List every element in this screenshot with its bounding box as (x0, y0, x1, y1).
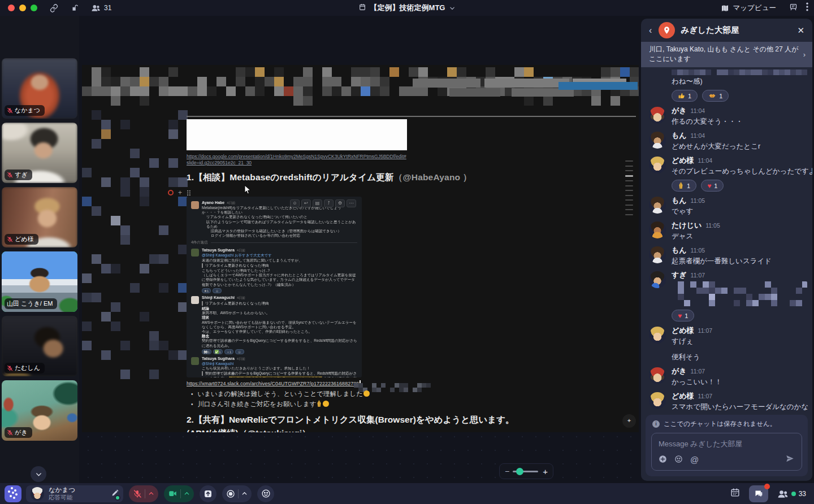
zoom-slider[interactable] (513, 471, 538, 472)
chat-header: ‹ みぎした大部屋 ✕ (641, 19, 812, 42)
mosaic-cell (245, 86, 255, 96)
mosaic-cell (168, 86, 178, 96)
video-tile-tamushin[interactable]: たむしん (2, 316, 77, 376)
copy-link-icon[interactable] (50, 4, 58, 12)
chat-toggle-button[interactable] (749, 485, 768, 502)
desk-icon[interactable] (789, 3, 798, 14)
mosaic-cell (796, 288, 802, 294)
mosaic-cell (759, 294, 765, 300)
message-author: がき (672, 107, 687, 115)
avatar (649, 392, 666, 409)
chat-message: わね〜感)11 (641, 69, 812, 102)
mosaic-cell (92, 86, 101, 96)
lock-icon[interactable] (71, 4, 79, 12)
record-options-chevron[interactable] (241, 490, 248, 497)
mosaic-cell (678, 281, 684, 288)
mosaic-cell (101, 129, 111, 139)
slack-avatar (191, 201, 199, 209)
zoom-out-button[interactable]: − (505, 467, 509, 476)
zoom-slider-knob[interactable] (516, 468, 523, 475)
chevron-down-icon[interactable] (449, 5, 455, 11)
emoji-icon[interactable] (674, 455, 683, 465)
reaction-pill[interactable]: 1 (702, 90, 729, 102)
mosaic-cell (678, 294, 684, 300)
slack-message: Tatsuya Sugihara4日前@Shinji Kawaguchiこちら状… (191, 357, 357, 377)
mosaic-cell (120, 187, 130, 197)
doc-hover-icons: + (168, 189, 191, 197)
mic-muted-icon (7, 236, 13, 242)
online-members[interactable]: 33 (777, 489, 806, 498)
camera-options-chevron[interactable] (184, 490, 190, 497)
record-button[interactable] (222, 485, 252, 502)
participants-icon[interactable] (91, 4, 101, 12)
map-view-button[interactable]: マップビュー (716, 2, 781, 15)
avatar (649, 197, 666, 214)
mosaic-cell (438, 86, 447, 96)
zoom-window-button[interactable] (31, 5, 37, 11)
video-tile-gaki[interactable]: がき (2, 380, 77, 441)
slack-author: Tatsuya Sugihara4日前 (202, 357, 357, 362)
slack-message: Shinji Kawaguchi4日前リアルタイム更新されなくなった理由結論原因… (191, 296, 357, 355)
reaction-count: 1 (714, 183, 717, 189)
mention-icon[interactable]: @ (690, 455, 699, 464)
presence-banner[interactable]: 川口, Takuya Kato, 山もも さんと その他 27 人がここにいます… (641, 42, 812, 67)
mosaic-cell (303, 67, 313, 77)
mosaic-cell (486, 67, 495, 77)
close-icon[interactable]: ✕ (797, 25, 804, 36)
sparkle-icon[interactable]: ✦ (622, 414, 636, 428)
mosaic-cell (768, 69, 773, 75)
mosaic-cell (678, 288, 684, 294)
back-icon[interactable]: ‹ (649, 25, 652, 36)
screenshare-button[interactable] (200, 485, 217, 502)
camera-button[interactable] (164, 485, 194, 502)
participant-nametag: 山田 こうき/ EM (5, 298, 57, 309)
mosaic-cell (734, 288, 740, 294)
message-input[interactable]: Message みぎした大部屋 @ (651, 433, 802, 471)
mosaic-cell (696, 288, 703, 294)
video-tile-nakamatsu[interactable]: なかまつ (2, 58, 77, 119)
video-tile-yamada[interactable]: 山田 こうき/ EM (2, 251, 77, 312)
participant-nametag: すぎ (5, 170, 32, 180)
main-stage: なかまつすぎどめ様山田 こうき/ EMたむしんがき https://docs.g… (0, 16, 814, 483)
video-tile-dome[interactable]: どめ様 (2, 187, 77, 247)
microphone-button[interactable] (129, 485, 158, 502)
mosaic-cell (149, 77, 159, 86)
mosaic-cell (351, 77, 361, 86)
reactions-button[interactable] (257, 485, 274, 502)
reaction-pill[interactable]: ♥1 (672, 310, 694, 321)
mosaic-cell (120, 120, 130, 129)
mosaic-cell (380, 86, 389, 96)
mosaic-cell (111, 302, 120, 312)
reaction-pill[interactable]: ♥1 (701, 180, 724, 192)
outline-mark (625, 185, 633, 186)
outline-mark (625, 199, 633, 201)
video-tile-sugi[interactable]: すぎ (2, 123, 77, 183)
zoom-in-button[interactable]: + (543, 467, 548, 476)
slack-message: Tatsuya Sugihara4日前@Shinji Kawaguchi お手す… (191, 248, 357, 293)
mosaic-cell (130, 168, 140, 177)
avatar (649, 221, 666, 238)
mosaic-cell (92, 77, 101, 86)
gather-logo-button[interactable] (5, 485, 21, 502)
mosaic-cell (159, 341, 168, 350)
mosaic-cell (111, 86, 120, 96)
add-attachment-icon[interactable] (659, 455, 667, 465)
chat-message: どめ様11:04そのプレビューめっちゃしんどかったですよ1♥1 (641, 157, 812, 192)
mosaic-cell (746, 300, 752, 306)
screen-share-view[interactable]: https://docs.google.com/presentation/d/1… (82, 65, 639, 432)
reaction-pill[interactable]: 1 (672, 180, 696, 192)
participant-name: たむしん (15, 364, 40, 372)
mosaic-cell (178, 86, 188, 96)
chat-message-list[interactable]: わね〜感)11がき11:04作るの大変そう・・・もん11:04どめせんが大変だっ… (641, 67, 812, 411)
reaction-pill[interactable]: 1 (672, 90, 698, 102)
online-count: 33 (799, 490, 806, 498)
calendar-icon[interactable] (730, 488, 740, 499)
mic-options-chevron[interactable] (148, 490, 154, 497)
minimize-window-button[interactable] (19, 5, 26, 11)
send-icon[interactable] (785, 454, 795, 465)
close-window-button[interactable] (8, 5, 15, 11)
kebab-menu-icon[interactable] (806, 2, 808, 14)
user-status-pill[interactable]: なかまつ 応答可能 (26, 485, 123, 502)
participant-nametag: がき (5, 427, 32, 438)
collapse-videos-button[interactable] (31, 466, 46, 482)
